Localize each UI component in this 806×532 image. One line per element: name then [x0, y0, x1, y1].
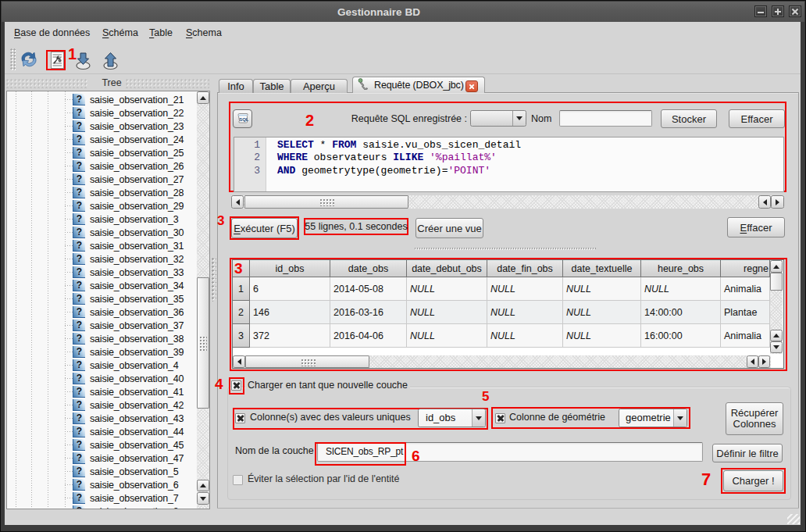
svg-text:SQL: SQL — [239, 117, 249, 122]
